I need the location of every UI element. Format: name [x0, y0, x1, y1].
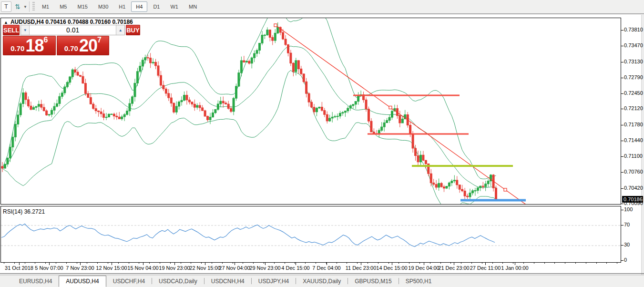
axis-tick — [621, 78, 624, 78]
axis-tick — [621, 225, 624, 226]
current-price-badge: 0.70186 — [622, 196, 643, 203]
timeframe-button-group: M1M5M15M30H1H4D1W1MN — [37, 1, 202, 12]
volume-decrease-button[interactable]: ▼ — [21, 25, 29, 35]
timeframe-button-w1[interactable]: W1 — [165, 1, 183, 12]
axis-tick — [482, 263, 482, 264]
tab-sp500-h1[interactable]: SP500,H1 — [399, 275, 439, 287]
axis-tick — [143, 263, 143, 265]
axis-tick — [440, 263, 441, 264]
timeframe-button-h1[interactable]: H1 — [114, 1, 130, 12]
rsi-value-label: RSI(14) 36.2721 — [3, 208, 45, 215]
chart-title-text: AUDUSD,H4 0.70416 0.70488 0.70160 0.7018… — [10, 19, 133, 25]
price-axis-label: 0.71440 — [624, 137, 643, 143]
rsi-chart[interactable] — [1, 206, 621, 262]
dropdown-caret-icon[interactable]: ▼ — [23, 5, 27, 9]
toolbar-grip[interactable] — [32, 2, 35, 11]
axis-tick — [243, 263, 243, 264]
axis-tick — [327, 263, 327, 265]
timeframe-button-m5[interactable]: M5 — [55, 1, 72, 12]
timeframe-button-h4[interactable]: H4 — [131, 1, 147, 12]
axis-tick — [25, 263, 25, 264]
tab-xauusd-daily[interactable]: XAUUSD,Daily — [296, 275, 348, 287]
axis-tick — [485, 263, 486, 265]
tab-usdcad-daily[interactable]: USDCAD,Daily — [152, 275, 204, 287]
time-axis-label: 4 Dec 15:00 — [281, 265, 309, 271]
toolbar-separator — [29, 1, 30, 12]
axis-tick — [554, 263, 555, 264]
axis-tick — [534, 263, 534, 264]
price-axis-label: 0.73130 — [624, 59, 643, 64]
axis-tick — [45, 263, 46, 264]
axis-tick — [337, 263, 337, 264]
timeframe-button-m15[interactable]: M15 — [72, 1, 92, 12]
text-tool-icon[interactable]: T — [1, 1, 11, 12]
axis-tick — [265, 263, 266, 265]
axis-tick — [621, 141, 624, 141]
axis-tick — [14, 263, 15, 264]
axis-tick — [357, 263, 358, 264]
time-axis-label: 14 Dec 15:00 — [376, 265, 407, 271]
timeframe-button-m30[interactable]: M30 — [93, 1, 113, 12]
axis-tick — [621, 172, 624, 173]
time-axis-label: 19 Nov 23:00 — [159, 265, 190, 271]
volume-input[interactable] — [29, 25, 116, 35]
rsi-axis-label: 30 — [624, 242, 630, 247]
axis-tick — [66, 263, 67, 264]
timeframe-button-d1[interactable]: D1 — [148, 1, 164, 12]
buy-price-display[interactable]: 0.70 20 7 — [57, 36, 110, 55]
axis-tick — [112, 263, 112, 265]
collapse-panel-icon[interactable]: ▲ — [4, 20, 8, 25]
tab-audusd-h4[interactable]: AUDUSD,H4 — [59, 276, 106, 287]
price-axis-label: 0.70760 — [624, 169, 643, 174]
tab-gbpusd-m15[interactable]: GBPUSD,M15 — [348, 275, 398, 287]
sell-button[interactable]: SELL — [3, 25, 20, 35]
timeframe-button-m1[interactable]: M1 — [37, 1, 54, 12]
axis-tick — [621, 109, 624, 109]
time-axis-label: 12 Nov 15:00 — [96, 265, 127, 271]
axis-tick — [621, 46, 624, 46]
chart-bottom-border — [0, 273, 644, 274]
price-axis-label: 0.73810 — [624, 27, 643, 32]
arrange-arrows-icon[interactable]: ⇅ — [12, 1, 23, 12]
axis-tick — [378, 263, 378, 264]
timeframe-button-mn[interactable]: MN — [184, 1, 202, 12]
axis-tick — [222, 263, 223, 264]
axis-tick — [212, 263, 212, 264]
axis-tick — [621, 93, 624, 94]
axis-tick — [461, 263, 461, 264]
buy-price-prefix: 0.70 — [64, 44, 78, 53]
axis-tick — [253, 263, 254, 264]
axis-tick — [621, 125, 624, 125]
tab-usdcnh-h4[interactable]: USDCNH,H4 — [204, 275, 251, 287]
axis-tick — [492, 263, 493, 264]
axis-tick — [118, 263, 119, 264]
axis-tick — [544, 263, 545, 264]
buy-price-pip: 7 — [97, 36, 102, 44]
axis-tick — [621, 245, 624, 246]
time-axis-label: 19 Dec 04:00 — [408, 265, 439, 271]
rsi-indicator-pane[interactable] — [0, 206, 621, 263]
axis-tick — [285, 263, 285, 264]
rsi-axis-label: 70 — [624, 222, 630, 227]
axis-tick — [621, 204, 624, 204]
chart-title: ▲AUDUSD,H4 0.70416 0.70488 0.70160 0.701… — [4, 19, 133, 25]
tab-usdjpy-h4[interactable]: USDJPY,H4 — [252, 275, 296, 287]
price-axis-label: 0.71100 — [624, 153, 643, 159]
sell-price-display[interactable]: 0.70 18 6 — [3, 36, 56, 55]
tab-usdchf-h4[interactable]: USDCHF,H4 — [106, 275, 152, 287]
axis-tick — [621, 62, 624, 62]
tab-eurusd-h4[interactable]: EURUSD,H4 — [12, 275, 59, 287]
axis-tick — [621, 156, 624, 157]
price-axis-label: 0.72790 — [624, 74, 643, 80]
axis-tick — [424, 263, 424, 265]
volume-increase-button[interactable]: ▲ — [116, 25, 124, 35]
buy-button[interactable]: BUY — [126, 25, 140, 35]
axis-tick — [87, 263, 87, 264]
axis-tick — [392, 263, 392, 265]
axis-tick — [305, 263, 306, 264]
axis-tick — [170, 263, 171, 264]
time-axis-label: 29 Nov 23:00 — [249, 265, 280, 271]
axis-tick — [454, 263, 454, 265]
toolbar: T ⇅ ▼ M1M5M15M30H1H4D1W1MN — [0, 0, 644, 14]
axis-tick — [399, 263, 399, 264]
